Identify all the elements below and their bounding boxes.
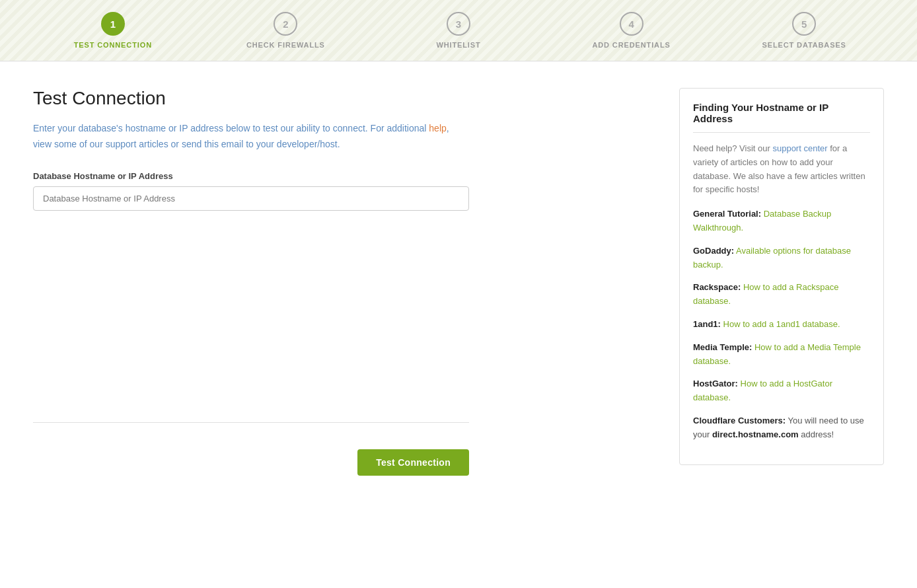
page-title: Test Connection <box>33 88 653 109</box>
step-label-1: TEST CONNECTION <box>74 41 152 49</box>
step-label-3: WHITELIST <box>436 41 480 49</box>
sidebar-intro: Need help? Visit our support center for … <box>693 142 870 197</box>
support-articles-link[interactable]: support articles <box>106 139 168 149</box>
sidebar-section-bold-6: direct.hostname.com <box>712 429 799 439</box>
step-circle-5: 5 <box>792 12 816 36</box>
sidebar-section-2: Rackspace: How to add a Rackspace databa… <box>693 281 870 309</box>
description-help-link[interactable]: help <box>429 123 446 133</box>
step-circle-3: 3 <box>447 12 470 36</box>
description-text-1: Enter your database's hostname or IP add… <box>33 123 429 133</box>
wizard-step-check-firewalls[interactable]: 2 CHECK FIREWALLS <box>200 12 373 49</box>
send-email-link[interactable]: send this email <box>182 139 243 149</box>
sidebar-section-4: Media Temple: How to add a Media Temple … <box>693 341 870 369</box>
sidebar-panel: Finding Your Hostname or IP Address Need… <box>679 88 884 465</box>
description-text-3: or <box>168 139 182 149</box>
hostname-label: Database Hostname or IP Address <box>33 171 653 181</box>
step-label-5: SELECT DATABASES <box>762 41 846 49</box>
sidebar-section-label-0: General Tutorial: <box>693 209 761 219</box>
hostname-input[interactable] <box>33 186 469 211</box>
sidebar-section-label-3: 1and1: <box>693 319 721 329</box>
bottom-bar: Test Connection <box>33 422 469 476</box>
wizard-header: 1 TEST CONNECTION 2 CHECK FIREWALLS 3 WH… <box>0 0 917 61</box>
sidebar-section-1: GoDaddy: Available options for database … <box>693 244 870 272</box>
step-circle-2: 2 <box>274 12 297 36</box>
sidebar-section-label-2: Rackspace: <box>693 282 741 292</box>
sidebar-sections: General Tutorial: Database Backup Walkth… <box>693 207 870 441</box>
wizard-step-add-credentials[interactable]: 4 ADD CREDENTIALS <box>545 12 718 49</box>
sidebar-section-label-6: Cloudflare Customers: <box>693 416 786 425</box>
left-panel: Test Connection Enter your database's ho… <box>33 88 653 476</box>
step-circle-1: 1 <box>101 12 125 36</box>
wizard-step-test-connection: 1 TEST CONNECTION <box>26 12 200 49</box>
step-circle-4: 4 <box>620 12 643 36</box>
step-label-4: ADD CREDENTIALS <box>592 41 670 49</box>
sidebar-section-link-3[interactable]: How to add a 1and1 database. <box>723 319 840 329</box>
test-connection-button[interactable]: Test Connection <box>357 449 469 476</box>
sidebar-section-label-1: GoDaddy: <box>693 246 734 256</box>
sidebar-section-0: General Tutorial: Database Backup Walkth… <box>693 207 870 235</box>
sidebar-section-3: 1and1: How to add a 1and1 database. <box>693 318 870 332</box>
sidebar-section-5: HostGator: How to add a HostGator databa… <box>693 377 870 405</box>
main-content: Test Connection Enter your database's ho… <box>0 61 917 502</box>
step-label-2: CHECK FIREWALLS <box>246 41 325 49</box>
sidebar-section-label-5: HostGator: <box>693 379 738 388</box>
sidebar-title: Finding Your Hostname or IP Address <box>693 102 870 133</box>
sidebar-intro-text-1: Need help? Visit our <box>693 143 772 153</box>
support-center-link[interactable]: support center <box>772 143 827 153</box>
sidebar-section-6: Cloudflare Customers: You will need to u… <box>693 414 870 442</box>
wizard-step-select-databases[interactable]: 5 SELECT DATABASES <box>717 12 891 49</box>
wizard-step-whitelist[interactable]: 3 WHITELIST <box>372 12 545 49</box>
description-text-4: to your developer/host. <box>243 139 340 149</box>
sidebar-section-label-4: Media Temple: <box>693 342 752 352</box>
description: Enter your database's hostname or IP add… <box>33 121 462 153</box>
